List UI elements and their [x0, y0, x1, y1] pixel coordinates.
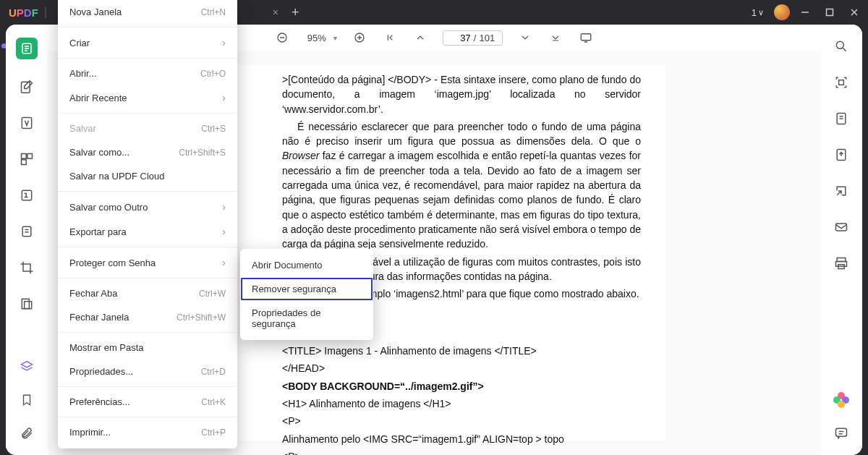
file-menu: Nova JanelaCtrl+NCriar›Abrir...Ctrl+OAbr… [58, 0, 237, 448]
menu-item[interactable]: Exportar para› [58, 219, 237, 244]
svg-rect-11 [27, 154, 33, 159]
bookmark-icon[interactable] [18, 391, 35, 409]
menu-shortcut: Ctrl+Shift+S [179, 148, 226, 158]
menu-separator [58, 191, 237, 192]
submenu-item-label: Abrir Documento [252, 260, 323, 271]
menu-item-label: Fechar Janela [69, 312, 129, 323]
export-icon[interactable] [833, 146, 850, 163]
menu-item[interactable]: Abrir Recente› [58, 85, 237, 110]
organize-pages-icon[interactable] [18, 150, 35, 168]
menu-item[interactable]: Imprimir...Ctrl+P [58, 420, 237, 444]
window-controls: 1 ∨ [752, 4, 864, 20]
close-window-button[interactable] [849, 7, 864, 17]
page-current-input[interactable] [451, 33, 471, 43]
svg-rect-37 [836, 262, 847, 267]
protect-submenu: Abrir DocumentoRemover segurançaPropried… [240, 249, 373, 340]
menu-item-label: Salvar na UPDF Cloud [69, 171, 165, 182]
submenu-item[interactable]: Propriedades de segurança [240, 301, 373, 336]
menu-item-label: Exportar para [69, 226, 127, 237]
ocr-icon[interactable] [833, 74, 850, 91]
sidebar-left [6, 25, 48, 455]
menu-item-label: Preferências... [69, 396, 130, 407]
menu-item[interactable]: Mostrar em Pasta [58, 336, 237, 360]
menu-item-label: Nova Janela [69, 7, 122, 17]
menu-item[interactable]: Salvar como Outro› [58, 195, 237, 219]
svg-rect-26 [581, 34, 591, 41]
page-display-icon[interactable] [833, 110, 850, 127]
menu-item-label: Abrir Recente [69, 93, 127, 103]
svg-rect-35 [836, 224, 847, 231]
menu-item-label: Imprimir... [69, 427, 111, 438]
menu-item[interactable]: Preferências...Ctrl+K [58, 390, 237, 414]
zoom-level[interactable]: 95% ▾ [305, 33, 337, 43]
menu-separator [58, 247, 237, 247]
chevron-right-icon: › [222, 37, 226, 48]
menu-item[interactable]: SalvarCtrl+S [58, 116, 237, 140]
next-page-button[interactable] [517, 30, 533, 46]
last-page-button[interactable] [548, 30, 563, 46]
menu-item-label: Salvar [69, 123, 96, 134]
menu-item-label: Mostrar em Pasta [69, 342, 144, 353]
menu-item[interactable]: Propriedades...Ctrl+D [58, 360, 237, 383]
zoom-value: 95% [305, 33, 329, 43]
menu-item[interactable]: Salvar na UPDF Cloud [58, 164, 237, 188]
menu-item[interactable]: Fechar AbaCtrl+W [58, 281, 237, 305]
print-icon[interactable] [833, 255, 850, 272]
prev-page-button[interactable] [412, 30, 428, 46]
add-tab-button[interactable]: + [292, 5, 299, 20]
minimize-button[interactable] [800, 7, 814, 17]
crop-tool-icon[interactable] [18, 259, 35, 276]
svg-rect-18 [25, 302, 32, 309]
form-tool-icon[interactable] [18, 223, 35, 240]
page-separator: / [474, 33, 477, 43]
edit-tool-icon[interactable] [18, 114, 35, 132]
ocr-tool-icon[interactable] [18, 187, 35, 204]
ai-assistant-icon[interactable] [833, 391, 850, 409]
page-input-box[interactable]: / 101 [443, 30, 503, 46]
user-avatar[interactable] [774, 4, 790, 20]
menu-separator [58, 332, 237, 333]
paragraph: >[Conteúdo da página] </BODY> - Esta sin… [282, 72, 641, 116]
layers-icon[interactable] [18, 358, 35, 375]
close-tab-icon[interactable]: × [273, 7, 278, 18]
share-icon[interactable] [833, 182, 850, 200]
search-icon[interactable] [833, 38, 850, 55]
comment-tool-icon[interactable] [18, 78, 35, 95]
first-page-button[interactable] [382, 30, 398, 46]
menu-item[interactable]: Fechar JanelaCtrl+Shift+W [58, 305, 237, 329]
svg-rect-39 [836, 428, 847, 436]
menu-item[interactable]: Nova JanelaCtrl+N [58, 0, 237, 24]
reader-mode-icon[interactable] [16, 38, 38, 59]
zoom-in-button[interactable] [352, 30, 367, 46]
fill-sign-icon[interactable] [18, 295, 35, 312]
notification-count[interactable]: 1 ∨ [752, 7, 764, 18]
menu-separator [58, 27, 237, 27]
menu-item[interactable]: Criar› [58, 30, 237, 55]
submenu-item[interactable]: Abrir Documento [240, 253, 373, 277]
menu-shortcut: Ctrl+P [201, 428, 226, 438]
svg-rect-13 [22, 190, 31, 200]
zoom-out-button[interactable] [274, 30, 290, 46]
chevron-right-icon: › [222, 201, 226, 213]
email-icon[interactable] [833, 218, 850, 236]
menu-separator [58, 386, 237, 387]
submenu-item[interactable]: Remover segurança [240, 277, 373, 301]
attachment-icon[interactable] [18, 425, 35, 442]
svg-rect-14 [22, 226, 31, 236]
menu-item-label: Salvar como Outro [69, 202, 148, 213]
maximize-button[interactable] [825, 7, 839, 17]
menu-item-label: Criar [69, 38, 90, 48]
menu-item[interactable]: Abrir...Ctrl+O [58, 61, 237, 85]
menu-shortcut: Ctrl+W [199, 289, 226, 299]
menu-item[interactable]: Salvar como...Ctrl+Shift+S [58, 140, 237, 164]
presentation-mode-button[interactable] [578, 30, 594, 46]
page-total: 101 [479, 33, 495, 43]
menu-item-label: Proteger com Senha [69, 258, 156, 268]
svg-line-29 [843, 48, 846, 51]
sidebar-right [820, 25, 862, 455]
chat-icon[interactable] [833, 425, 850, 442]
menu-item[interactable]: Proteger com Senha› [58, 250, 237, 275]
menu-separator [58, 58, 237, 59]
paragraph: É necessário esclarecer que para preench… [282, 119, 641, 252]
menu-shortcut: Ctrl+K [201, 397, 226, 407]
